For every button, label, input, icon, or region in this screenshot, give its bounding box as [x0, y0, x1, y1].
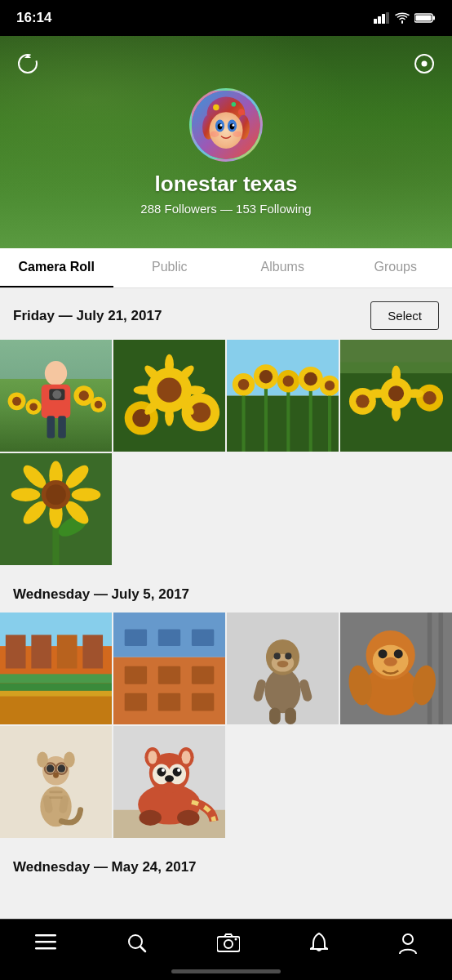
svg-rect-110 — [0, 691, 112, 697]
photo-building-orange[interactable] — [0, 612, 112, 724]
svg-point-148 — [47, 764, 55, 773]
svg-rect-3 — [386, 12, 389, 24]
photo-person-camera[interactable] — [0, 340, 112, 452]
svg-point-41 — [79, 390, 89, 400]
menu-icon — [35, 934, 56, 952]
search-icon — [127, 933, 147, 953]
svg-point-23 — [210, 131, 219, 136]
tab-camera-roll[interactable]: Camera Roll — [0, 248, 113, 287]
photo-building-front[interactable] — [113, 612, 225, 724]
section-date-july21: Friday — July 21, 2017 — [13, 308, 162, 324]
svg-point-153 — [37, 752, 48, 768]
svg-rect-116 — [192, 630, 214, 647]
status-time: 16:14 — [16, 10, 51, 26]
section-peek-may24: Wednesday — May 24, 2017 — [0, 846, 452, 879]
svg-rect-1 — [378, 16, 381, 24]
tabs-bar: Camera Roll Public Albums Groups — [0, 248, 452, 288]
followers-count: 288 — [140, 202, 161, 216]
status-icons — [374, 12, 436, 24]
profile-name: lonestar texas — [155, 172, 298, 197]
svg-point-54 — [185, 385, 206, 394]
status-bar: 16:14 — [0, 0, 452, 36]
following-count: 153 — [236, 202, 256, 216]
svg-rect-133 — [285, 707, 296, 724]
nav-camera[interactable] — [209, 930, 248, 956]
battery-icon — [414, 12, 436, 24]
svg-point-69 — [283, 376, 295, 387]
svg-rect-111 — [0, 697, 112, 724]
svg-point-24 — [233, 131, 242, 136]
svg-point-183 — [234, 938, 237, 941]
select-button-july21[interactable]: Select — [370, 301, 439, 330]
tab-groups[interactable]: Groups — [339, 248, 453, 287]
svg-rect-177 — [35, 941, 56, 943]
svg-rect-122 — [192, 693, 214, 711]
svg-point-94 — [11, 488, 41, 501]
section-july21: Friday — July 21, 2017 Select — [0, 288, 452, 573]
svg-rect-158 — [49, 796, 62, 799]
svg-point-127 — [274, 653, 281, 659]
svg-point-184 — [403, 934, 413, 944]
svg-point-140 — [379, 649, 388, 658]
svg-point-22 — [232, 124, 234, 127]
svg-point-142 — [383, 657, 397, 666]
nav-search[interactable] — [119, 930, 155, 956]
svg-rect-108 — [0, 674, 112, 683]
wifi-icon — [395, 12, 410, 24]
avatar — [189, 88, 263, 162]
photo-sunflower-single[interactable] — [0, 453, 112, 565]
photo-red-panda[interactable] — [113, 726, 225, 838]
svg-rect-6 — [416, 16, 432, 21]
svg-point-86 — [392, 403, 401, 421]
svg-point-75 — [325, 381, 335, 390]
svg-point-66 — [259, 370, 273, 383]
header-top-icons — [0, 52, 452, 75]
photo-sunflowers-closeup[interactable] — [113, 340, 225, 452]
svg-point-174 — [140, 810, 162, 826]
signal-icon — [374, 12, 390, 24]
nav-profile[interactable] — [391, 929, 425, 957]
nav-notifications[interactable] — [302, 929, 336, 957]
svg-point-16 — [209, 112, 242, 149]
camera-icon — [217, 933, 240, 953]
svg-point-33 — [52, 390, 61, 399]
svg-point-87 — [368, 389, 386, 398]
nav-menu[interactable] — [27, 931, 64, 956]
svg-point-51 — [165, 354, 174, 375]
svg-rect-109 — [0, 683, 112, 691]
svg-point-128 — [285, 653, 291, 659]
svg-rect-176 — [35, 934, 56, 937]
svg-point-154 — [64, 752, 75, 768]
svg-rect-2 — [382, 14, 385, 24]
svg-rect-118 — [158, 666, 180, 684]
svg-rect-121 — [158, 693, 180, 711]
svg-point-168 — [177, 768, 180, 772]
photo-sunflower-field[interactable] — [227, 340, 339, 452]
svg-rect-114 — [125, 630, 147, 647]
svg-rect-120 — [125, 693, 147, 711]
svg-point-149 — [58, 764, 66, 773]
profile-header: lonestar texas 288 Followers — 153 Follo… — [0, 36, 452, 248]
svg-point-129 — [277, 661, 289, 667]
tab-albums[interactable]: Albums — [226, 248, 339, 287]
svg-point-152 — [53, 773, 59, 778]
section-header-july21: Friday — July 21, 2017 Select — [0, 288, 452, 340]
svg-point-52 — [165, 406, 174, 426]
svg-point-43 — [95, 401, 103, 409]
svg-point-72 — [304, 372, 317, 385]
photo-grid-july21 — [0, 340, 452, 565]
photo-orangutan[interactable] — [340, 612, 452, 724]
svg-point-37 — [12, 397, 21, 406]
settings-icon[interactable] — [413, 52, 436, 75]
svg-point-182 — [224, 940, 233, 948]
svg-point-53 — [134, 385, 154, 394]
svg-rect-34 — [47, 416, 55, 438]
refresh-icon[interactable] — [16, 52, 39, 75]
svg-rect-132 — [269, 707, 281, 724]
photo-sunflowers-forest[interactable] — [340, 340, 452, 452]
photo-monkey[interactable] — [227, 612, 339, 724]
svg-point-141 — [394, 649, 403, 658]
svg-point-80 — [356, 394, 369, 408]
photo-meerkat[interactable] — [0, 726, 112, 838]
tab-public[interactable]: Public — [113, 248, 227, 287]
